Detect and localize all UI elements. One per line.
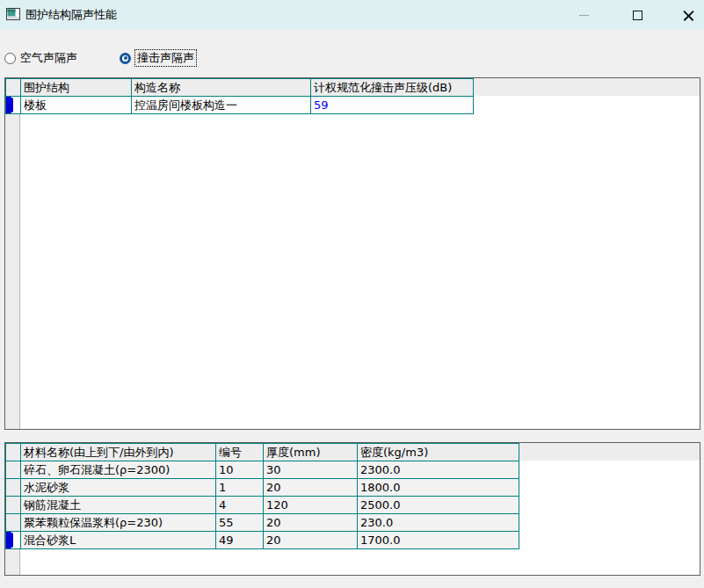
cell-material-name[interactable]: 水泥砂浆 — [21, 479, 216, 497]
column-header-impact-level: 计权规范化撞击声压级(dB) — [311, 79, 474, 97]
dialog-window: { "window": { "title": "围护结构隔声性能" }, "ra… — [0, 0, 704, 588]
cell-thickness[interactable]: 120 — [264, 497, 358, 514]
cell-density[interactable]: 2500.0 — [358, 497, 519, 514]
cell-number[interactable]: 1 — [216, 479, 264, 497]
column-header-thickness: 厚度(mm) — [264, 444, 358, 461]
row-selector-cell[interactable] — [6, 479, 21, 497]
column-header-material-name: 材料名称(由上到下/由外到内) — [21, 444, 216, 461]
row-selector-cell[interactable] — [6, 461, 21, 479]
construction-row: 楼板 控温房间楼板构造一 59 — [6, 97, 474, 114]
minimize-icon — [579, 15, 589, 16]
close-button[interactable] — [669, 0, 704, 30]
cell-number[interactable]: 49 — [216, 532, 264, 549]
cell-density[interactable]: 1800.0 — [358, 479, 519, 497]
titlebar: 围护结构隔声性能 — [0, 0, 704, 30]
cell-thickness[interactable]: 20 — [264, 479, 358, 497]
cell-material-name[interactable]: 碎石、卵石混凝土(ρ=2300) — [21, 461, 216, 479]
app-icon — [6, 7, 21, 22]
cell-impact-level[interactable]: 59 — [311, 97, 474, 114]
row-selector-cell[interactable] — [6, 532, 21, 549]
construction-grid: 围护结构 构造名称 计权规范化撞击声压级(dB) 楼板 控温房间楼板构造一 59 — [4, 77, 700, 430]
construction-table: 围护结构 构造名称 计权规范化撞击声压级(dB) 楼板 控温房间楼板构造一 59 — [5, 78, 474, 114]
selector-header-cell — [6, 444, 21, 461]
maximize-icon — [633, 11, 642, 20]
construction-grid-selector-column — [5, 78, 20, 429]
material-row: 钢筋混凝土 4 120 2500.0 — [6, 497, 519, 514]
radio-selected-icon — [120, 53, 131, 64]
cell-thickness[interactable]: 20 — [264, 514, 358, 532]
cell-material-name[interactable]: 聚苯颗粒保温浆料(ρ=230) — [21, 514, 216, 532]
material-table: 材料名称(由上到下/由外到内) 编号 厚度(mm) 密度(kg/m3) 碎石、卵… — [5, 443, 519, 549]
row-selector-cell[interactable] — [6, 97, 21, 114]
close-icon — [683, 10, 694, 21]
construction-header-row: 围护结构 构造名称 计权规范化撞击声压级(dB) — [6, 79, 474, 97]
cell-number[interactable]: 4 — [216, 497, 264, 514]
cell-density[interactable]: 1700.0 — [358, 532, 519, 549]
column-header-construction-name: 构造名称 — [132, 79, 311, 97]
column-header-number: 编号 — [216, 444, 264, 461]
minimize-button[interactable] — [564, 0, 603, 30]
current-row-indicator-icon — [6, 532, 13, 549]
material-row: 混合砂浆L 49 20 1700.0 — [6, 532, 519, 549]
cell-density[interactable]: 2300.0 — [358, 461, 519, 479]
sound-insulation-mode-group: 空气声隔声 撞击声隔声 — [0, 49, 704, 69]
column-header-structure: 围护结构 — [21, 79, 132, 97]
material-row: 聚苯颗粒保温浆料(ρ=230) 55 20 230.0 — [6, 514, 519, 532]
cell-number[interactable]: 10 — [216, 461, 264, 479]
column-header-density: 密度(kg/m3) — [358, 444, 519, 461]
cell-density[interactable]: 230.0 — [358, 514, 519, 532]
material-header-row: 材料名称(由上到下/由外到内) 编号 厚度(mm) 密度(kg/m3) — [6, 444, 519, 461]
row-selector-cell[interactable] — [6, 514, 21, 532]
maximize-button[interactable] — [618, 0, 657, 30]
radio-impact-sound[interactable]: 撞击声隔声 — [120, 50, 196, 66]
radio-airborne-sound[interactable]: 空气声隔声 — [4, 50, 77, 66]
cell-material-name[interactable]: 钢筋混凝土 — [21, 497, 216, 514]
radio-impact-label: 撞击声隔声 — [135, 50, 196, 66]
current-row-indicator-icon — [6, 97, 13, 114]
material-row: 水泥砂浆 1 20 1800.0 — [6, 479, 519, 497]
selector-header-cell — [6, 79, 21, 97]
window-title: 围护结构隔声性能 — [25, 0, 117, 30]
cell-material-name[interactable]: 混合砂浆L — [21, 532, 216, 549]
cell-number[interactable]: 55 — [216, 514, 264, 532]
material-row: 碎石、卵石混凝土(ρ=2300) 10 30 2300.0 — [6, 461, 519, 479]
cell-structure[interactable]: 楼板 — [21, 97, 132, 114]
cell-construction-name[interactable]: 控温房间楼板构造一 — [132, 97, 311, 114]
radio-unselected-icon — [4, 53, 16, 64]
row-selector-cell[interactable] — [6, 497, 21, 514]
material-grid: 材料名称(由上到下/由外到内) 编号 厚度(mm) 密度(kg/m3) 碎石、卵… — [4, 442, 700, 576]
cell-thickness[interactable]: 30 — [264, 461, 358, 479]
cell-thickness[interactable]: 20 — [264, 532, 358, 549]
radio-airborne-label: 空气声隔声 — [20, 50, 77, 66]
